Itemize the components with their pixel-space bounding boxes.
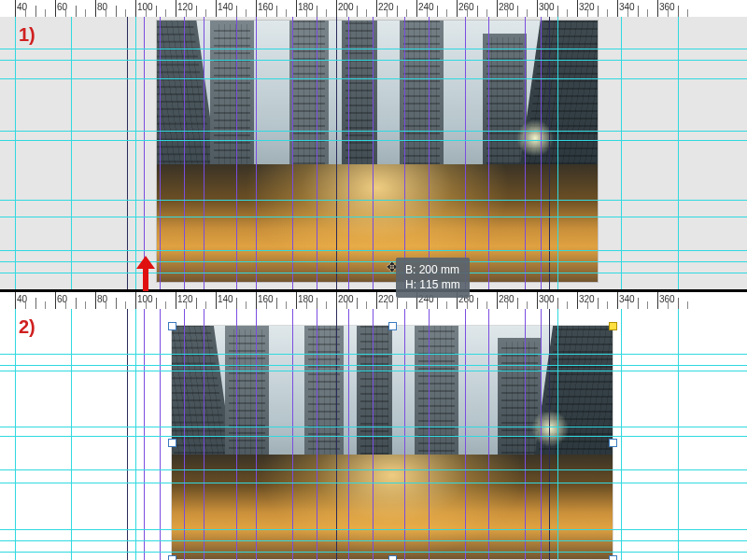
selection-handle[interactable] <box>168 322 176 330</box>
guide-horizontal[interactable] <box>0 261 747 262</box>
tooltip-width-line: B: 200 mm <box>405 263 460 278</box>
selection-handle[interactable] <box>388 555 397 560</box>
step-2-label: 2) <box>19 316 35 338</box>
guide-horizontal[interactable] <box>0 140 747 141</box>
tooltip-height-line: H: 115 mm <box>405 278 460 293</box>
red-annotation-arrow <box>136 256 155 291</box>
guide-horizontal[interactable] <box>0 273 747 273</box>
panel-step-1: 4060801001201401601802002202402602803003… <box>0 0 747 289</box>
step-1-label: 1) <box>19 24 35 46</box>
ruler-horizontal-bottom[interactable]: 4060801001201401601802002202402602803003… <box>0 292 747 309</box>
selection-handle[interactable] <box>168 439 176 447</box>
selection-handle[interactable] <box>609 439 617 447</box>
selection-handle[interactable] <box>388 322 397 330</box>
dimensions-tooltip: B: 200 mm H: 115 mm <box>396 258 470 298</box>
canvas-top[interactable]: ✥ B: 200 mm H: 115 mm <box>0 17 747 289</box>
selection-handle[interactable] <box>609 555 617 560</box>
selection-handle[interactable] <box>168 555 176 560</box>
ruler-horizontal-top[interactable]: 4060801001201401601802002202402602803003… <box>0 0 747 17</box>
panel-step-2: 4060801001201401601802002202402602803003… <box>0 292 747 560</box>
guides-horizontal-top <box>0 17 747 289</box>
guide-horizontal[interactable] <box>0 60 747 61</box>
guide-horizontal[interactable] <box>0 250 747 251</box>
content-overflow-indicator[interactable] <box>609 322 617 330</box>
guide-horizontal[interactable] <box>0 49 747 49</box>
canvas-bottom[interactable] <box>0 309 747 560</box>
guide-horizontal[interactable] <box>0 200 747 201</box>
guide-horizontal[interactable] <box>0 131 747 132</box>
selection-handles <box>0 309 747 560</box>
guide-horizontal[interactable] <box>0 78 747 79</box>
guide-horizontal[interactable] <box>0 217 747 217</box>
